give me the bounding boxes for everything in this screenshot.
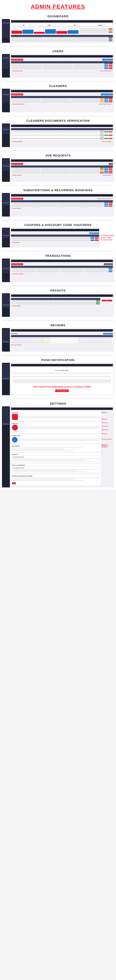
annotation-about-us: About Us: [102, 433, 113, 434]
app-icon-row: [12, 414, 100, 420]
reviews-heading: Reviews: [11, 333, 17, 334]
subscriptions-main: Export Data as CSV Booking Name Overview…: [10, 193, 114, 216]
job-export-label: Export Data as CSV: [11, 163, 23, 165]
reviews-main: Reviews + Add New reviews ★★★★★: [10, 328, 114, 352]
booking-details-label: ← Booking Details: [11, 175, 21, 176]
filter-export-btn[interactable]: Filter & Export: [104, 263, 113, 265]
booking-name-overview-label: Booking Name Overview →: [98, 198, 113, 199]
payouts-table: [11, 298, 100, 305]
payouts-main: ← Payout Details Custom: [10, 293, 114, 317]
job-requests-sidebar: [2, 158, 10, 182]
job-requests-topbar: [11, 159, 113, 162]
coupons-topbar: [11, 229, 99, 231]
table-row: [11, 238, 99, 240]
table-row: ✓ ✗: [11, 137, 113, 140]
coupons-sidebar: [2, 228, 10, 247]
transactions-mockup: Export Data as CSV Filter & Export: [2, 259, 114, 282]
app-details-section: App Details: [11, 444, 101, 452]
payouts-topbar: [11, 294, 113, 297]
section-title-users: USERS: [2, 48, 114, 53]
annotation-label-here: Label here: [102, 422, 113, 423]
job-requests-mockup: Export Data as CSV Filter: [2, 158, 114, 182]
table-row: [11, 167, 113, 169]
section-title-coupons: COUPONS & DISCOUNT CODE VOUCHERS: [2, 222, 114, 226]
annotation-app-icon: App Icon: [102, 412, 113, 413]
section-dashboard: DASHBOARD: [0, 13, 116, 45]
push-notification-mockup: Push Notification Send Custom Push Notif…: [2, 363, 114, 395]
section-cleaners: CLEANERS Export Data as CS: [0, 83, 116, 114]
users-topbar: [11, 55, 113, 57]
label-here: Label here: [12, 431, 100, 432]
app-details-heading: App Details: [12, 445, 100, 447]
terms-editor[interactable]: [12, 466, 100, 473]
divider-4: [2, 151, 114, 151]
cleaners-export-label: Export Data as CSV: [11, 94, 23, 95]
transactions-main: Export Data as CSV Filter & Export: [10, 259, 114, 282]
divider-11: [2, 399, 114, 399]
transactions-sidebar: [2, 259, 10, 282]
transaction-details-label: ← Transaction Details: [11, 273, 113, 274]
section-reviews: REVIEWS Reviews: [0, 322, 116, 353]
send-push-btn[interactable]: Send Notification: [55, 390, 69, 392]
subs-topbar: [11, 194, 113, 197]
custom-btn[interactable]: Custom: [102, 300, 112, 301]
view-documents-label: View Documents →: [102, 141, 113, 142]
table-row: [11, 65, 113, 66]
payouts-left: ← Payout Details: [11, 298, 100, 307]
section-title-payouts: PAYOUTS: [2, 288, 114, 292]
approve-decline-label: ← Approve / Decline: [11, 141, 23, 142]
annotation-app-icon-2: App Icon: [102, 418, 113, 420]
dashboard-mini-table: [79, 28, 113, 33]
coupons-mockup: + Add New Coupon: [2, 228, 100, 247]
save-settings-btn[interactable]: Save: [12, 482, 16, 484]
table-row: ★★★★☆: [11, 339, 113, 341]
cleaners-mockup: Export Data as CSV + Add new Cleaner: [2, 89, 114, 112]
dashboard-main: 24 142 38 $2.4k: [10, 19, 114, 43]
pricing-heading: Pricing & Commission Settings: [12, 475, 100, 477]
service-details-label: ← Service Details: [11, 208, 113, 209]
add-cleaner-btn[interactable]: + Add new Cleaner: [101, 94, 113, 95]
dashboard-right-panel: [79, 28, 113, 34]
table-row: [11, 98, 113, 100]
table-row: [11, 169, 113, 170]
cleaners-table: [11, 96, 113, 103]
export-csv-label: Export Data as CSV: [11, 59, 23, 60]
section-transactions: TRANSACTIONS Export Data a: [0, 253, 116, 284]
about-us-editor[interactable]: [12, 456, 100, 462]
filter-btn[interactable]: Filter: [109, 163, 113, 165]
custom-payout: Custom: [101, 298, 113, 302]
section-settings: SETTINGS: [0, 401, 116, 489]
table-row: [11, 172, 113, 174]
add-coupon-btn[interactable]: + Add New Coupon: [89, 232, 99, 234]
cleaners-edit-delete-label: Edit or Delete Cleaner →: [99, 103, 113, 105]
filter-edit-delete-label: Filter, Edit / Delete →: [11, 344, 113, 345]
transactions-export-label: Export Data as CSV: [11, 263, 23, 265]
table-row: ★★★☆☆: [11, 341, 113, 344]
transactions-table: [11, 266, 113, 272]
section-title-cleaners: CLEANERS: [2, 83, 114, 88]
add-new-coupon-annotation: Add New Coupon: [102, 235, 114, 236]
table-row: [11, 269, 113, 271]
table-row: ✓ ✗: [11, 134, 113, 137]
cleaners-docs-main: ✓ ✗ ✓ ✗ ✓ ✗: [10, 124, 114, 147]
settings-topbar: [11, 407, 113, 410]
users-sidebar: [2, 54, 10, 78]
about-us-heading: About Us: [12, 454, 100, 455]
add-user-btn[interactable]: + Add New User: [102, 59, 113, 60]
page-wrapper: ADMIN FEATURES DASHBOARD: [0, 0, 116, 489]
reviews-table: ★★★★★ ★★★★☆: [11, 335, 113, 344]
table-row: [11, 100, 113, 101]
add-review-btn[interactable]: + Add New reviews: [103, 333, 113, 334]
table-row: [11, 170, 113, 172]
cleaner-icon-heading: Cleaner icon: [12, 435, 100, 436]
section-push-notification: PUSH NOTIFICATION: [0, 357, 116, 397]
job-requests-main: Export Data as CSV Filter: [10, 158, 114, 182]
table-row: [11, 204, 113, 205]
annotation-pricing: Pricing & Commission Settings: [102, 444, 113, 448]
payouts-right: Custom: [101, 298, 113, 307]
annotation-cleaner-icon: Cleaner icon: [102, 426, 113, 427]
app-icon-controls: [19, 416, 100, 418]
users-main: Export Data as CSV + Add New User: [10, 54, 114, 78]
admin-header: ADMIN FEATURES: [0, 0, 116, 12]
subscriptions-mockup: Export Data as CSV Booking Name Overview…: [2, 193, 114, 216]
